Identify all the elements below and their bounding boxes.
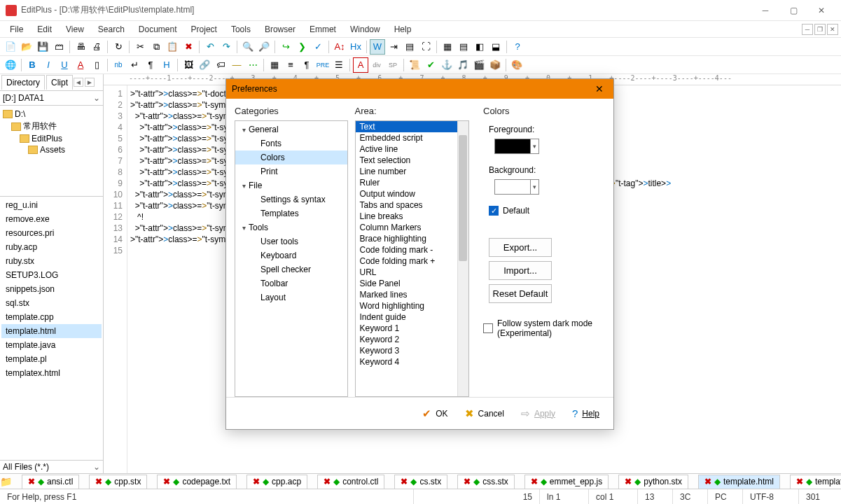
help-icon[interactable]: ?	[510, 39, 525, 55]
hex-icon[interactable]: Hx	[348, 39, 363, 55]
close-icon[interactable]: ✖	[253, 477, 260, 486]
category-spell-checker[interactable]: Spell checker	[235, 262, 347, 276]
import-button[interactable]: Import...	[489, 261, 552, 280]
find-icon[interactable]: 🔍	[240, 39, 256, 55]
doc-tab[interactable]: ✖◆template.html	[698, 475, 780, 489]
area-item[interactable]: Side Panel	[356, 278, 468, 289]
columns-icon[interactable]: ▤	[402, 39, 417, 55]
tree-node[interactable]: Assets	[1, 144, 102, 155]
italic-icon[interactable]: I	[41, 57, 56, 73]
paragraph-icon[interactable]: ¶	[143, 57, 158, 73]
close-icon[interactable]: ✖	[625, 477, 632, 486]
file-item[interactable]: template.cpp	[1, 310, 102, 324]
anchor-icon[interactable]: ⚓	[439, 57, 454, 73]
area-scrollbar[interactable]	[457, 121, 468, 396]
save-all-icon[interactable]: 🗃	[51, 39, 67, 55]
maximize-button[interactable]: ▢	[779, 1, 807, 20]
window-tile-icon[interactable]: ▦	[440, 39, 455, 55]
tree-node[interactable]: EditPlus	[1, 133, 102, 144]
bookmark-icon[interactable]: ❯	[294, 39, 310, 55]
minimize-button[interactable]: ─	[751, 1, 779, 20]
close-icon[interactable]: ✖	[163, 477, 170, 486]
mdi-minimize-button[interactable]: ─	[802, 24, 813, 35]
foreground-dropdown[interactable]: ▾	[531, 139, 539, 154]
mdi-restore-button[interactable]: ❐	[814, 24, 826, 35]
file-filter[interactable]: All Files (*.*) ⌄	[0, 460, 103, 473]
center-icon[interactable]: ≡	[283, 57, 298, 73]
area-item[interactable]: Keyword 4	[356, 356, 468, 368]
category-settings-syntax[interactable]: Settings & syntax	[235, 192, 347, 206]
close-icon[interactable]: ✖	[95, 477, 102, 486]
close-icon[interactable]: ✖	[324, 477, 331, 486]
reset-default-button[interactable]: Reset Default	[489, 284, 552, 303]
file-item[interactable]: template.java	[1, 338, 102, 352]
div-icon[interactable]: div	[369, 57, 384, 73]
object-icon[interactable]: 📦	[487, 57, 503, 73]
area-item[interactable]: Brace highlighting	[356, 233, 468, 244]
script-icon[interactable]: 📜	[407, 57, 422, 73]
cut-icon[interactable]: ✂	[132, 39, 148, 55]
redo-icon[interactable]: ↷	[218, 39, 234, 55]
delete-icon[interactable]: ✖	[181, 39, 196, 55]
area-item[interactable]: Word highlighting	[356, 300, 468, 312]
foreground-swatch[interactable]	[494, 139, 531, 154]
close-icon[interactable]: ✖	[28, 477, 35, 486]
background-swatch[interactable]	[494, 179, 531, 195]
dialog-titlebar[interactable]: Preferences ✕	[226, 79, 613, 99]
video-icon[interactable]: 🎬	[471, 57, 487, 73]
area-item[interactable]: Keyword 2	[356, 334, 468, 345]
category-keyboard[interactable]: Keyboard	[235, 248, 347, 262]
replace-icon[interactable]: 🔎	[256, 39, 272, 55]
menu-help[interactable]: Help	[387, 22, 419, 36]
folder-tree[interactable]: D:\常用软件EditPlusAssets	[0, 106, 103, 197]
palette-icon[interactable]: 🎨	[509, 57, 524, 73]
category-templates[interactable]: Templates	[235, 206, 347, 220]
tree-node[interactable]: D:\	[1, 108, 102, 120]
open-file-icon[interactable]: 📂	[19, 39, 34, 55]
bold-icon[interactable]: B	[25, 57, 40, 73]
categories-tree[interactable]: ▾ GeneralFontsColorsPrint▾ FileSettings …	[235, 120, 348, 397]
menu-document[interactable]: Document	[132, 22, 184, 36]
sidebar-tab-directory[interactable]: Directory	[1, 75, 45, 90]
doc-tab[interactable]: ✖◆python.stx	[618, 475, 688, 489]
area-item[interactable]: URL	[356, 267, 468, 278]
file-item[interactable]: templatex.html	[1, 366, 102, 380]
file-item[interactable]: remove.exe	[1, 212, 102, 226]
file-item[interactable]: snippets.json	[1, 282, 102, 296]
browser-icon[interactable]: 🌐	[3, 57, 18, 73]
undo-icon[interactable]: ↶	[202, 39, 218, 55]
background-dropdown[interactable]: ▾	[531, 179, 539, 195]
menu-tools[interactable]: Tools	[224, 22, 258, 36]
dialog-close-button[interactable]: ✕	[591, 82, 608, 96]
break-icon[interactable]: ↵	[127, 57, 142, 73]
file-item[interactable]: template.pl	[1, 352, 102, 366]
cancel-button[interactable]: ✖Cancel	[465, 407, 504, 420]
area-item[interactable]: Code folding mark +	[356, 255, 468, 267]
form-icon[interactable]: A	[353, 57, 368, 73]
help-button[interactable]: ?Help	[572, 407, 599, 419]
file-item[interactable]: template.html	[1, 324, 102, 338]
darkmode-checkbox[interactable]	[483, 323, 493, 333]
link-icon[interactable]: 🔗	[197, 57, 212, 73]
drive-selector[interactable]: [D:] DATA1⌄	[0, 91, 103, 106]
blockquote-icon[interactable]: ¶	[299, 57, 314, 73]
copy-icon[interactable]: ⧉	[148, 39, 164, 55]
area-item[interactable]: Code folding mark -	[356, 244, 468, 255]
area-item[interactable]: Marked lines	[356, 289, 468, 300]
category-toolbar[interactable]: Toolbar	[235, 276, 347, 290]
image-icon[interactable]: 🖼	[181, 57, 196, 73]
goto-icon[interactable]: ↪	[278, 39, 293, 55]
file-list[interactable]: reg_u.iniremove.exeresources.priruby.acp…	[0, 197, 103, 460]
menu-file[interactable]: File	[3, 22, 30, 36]
sidebar-tab-prev[interactable]: ◄	[74, 78, 83, 87]
menu-browser[interactable]: Browser	[258, 22, 303, 36]
indent-icon[interactable]: ⇥	[386, 39, 401, 55]
doc-tab[interactable]: ✖◆cpp.stx	[89, 475, 147, 489]
file-item[interactable]: sql.stx	[1, 296, 102, 310]
file-item[interactable]: resources.pri	[1, 226, 102, 240]
pre-icon[interactable]: PRE	[315, 57, 331, 73]
doc-tab[interactable]: ✖◆cpp.acp	[246, 475, 307, 489]
area-item[interactable]: Ruler	[356, 177, 468, 188]
font-color-icon[interactable]: A	[73, 57, 88, 73]
category-general[interactable]: ▾ General	[235, 122, 347, 136]
